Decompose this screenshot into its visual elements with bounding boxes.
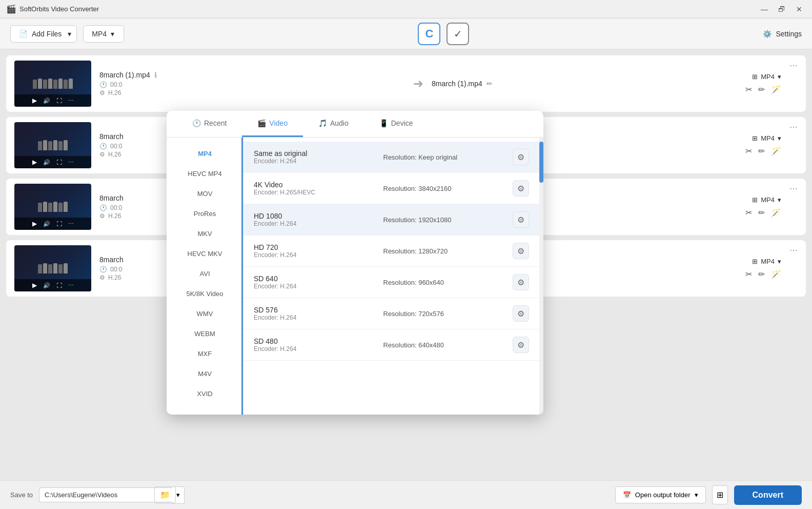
scissors-icon[interactable]: ✂	[745, 208, 752, 218]
edit-icon[interactable]: ✏	[486, 80, 493, 88]
format-list-item[interactable]: SD 640 Encoder: H.264 Resolution: 960x64…	[243, 267, 539, 298]
check-mode-button[interactable]: ✓	[446, 23, 469, 45]
play-button[interactable]: ▶	[32, 159, 37, 166]
more-icon[interactable]: ⋯	[789, 122, 798, 132]
more-options-icon[interactable]: ⋯	[68, 97, 74, 104]
edit-action-icon[interactable]: ✏	[758, 269, 765, 279]
scissors-icon[interactable]: ✂	[745, 146, 752, 156]
sidebar-item-mkv[interactable]: MKV	[167, 224, 243, 244]
wand-icon[interactable]: 🪄	[771, 85, 781, 94]
sidebar-item-mp4[interactable]: MP4	[167, 144, 243, 164]
sidebar-item-hevc-mp4[interactable]: HEVC MP4	[167, 164, 243, 184]
format-item-encoder: Encoder: H.264	[254, 314, 383, 321]
sidebar-item-mxf[interactable]: MXF	[167, 344, 243, 364]
tab-device[interactable]: 📱 Device	[364, 111, 429, 137]
settings-button[interactable]: ⚙️ Settings	[763, 30, 802, 38]
format-item-settings-button[interactable]: ⚙	[513, 180, 529, 197]
format-tag[interactable]: ⊞ MP4 ▾	[752, 134, 781, 142]
add-files-button[interactable]: 📄 Add Files ▾	[10, 25, 77, 43]
format-list-item[interactable]: SD 576 Encoder: H.264 Resolution: 720x57…	[243, 298, 539, 329]
format-list-item[interactable]: SD 480 Encoder: H.264 Resolution: 640x48…	[243, 329, 539, 361]
tab-audio[interactable]: 🎵 Audio	[303, 111, 364, 137]
more-icon[interactable]: ⋯	[789, 61, 798, 70]
scissors-icon[interactable]: ✂	[745, 85, 752, 94]
play-button[interactable]: ▶	[32, 282, 37, 289]
wand-icon[interactable]: 🪄	[771, 269, 781, 279]
add-files-icon: 📄	[19, 30, 28, 38]
thumbnail-people	[38, 202, 68, 212]
browse-folder-button[interactable]: 📁	[154, 486, 176, 503]
format-item-settings-button[interactable]: ⚙	[513, 274, 529, 290]
grid-icon: ⊞	[752, 134, 758, 142]
scrollbar-thumb[interactable]	[539, 142, 543, 183]
app-icon: 🎬	[6, 4, 16, 14]
sidebar-item-5k8k[interactable]: 5K/8K Video	[167, 284, 243, 304]
tab-recent[interactable]: 🕐 Recent	[177, 111, 242, 137]
sidebar-item-hevc-mkv[interactable]: HEVC MKV	[167, 244, 243, 264]
format-item-settings-button[interactable]: ⚙	[513, 149, 529, 165]
grid-icon: ⊞	[752, 73, 758, 81]
info-icon[interactable]: ℹ	[154, 71, 157, 79]
maximize-button[interactable]: 🗗	[775, 3, 788, 16]
tab-recent-label: Recent	[204, 119, 227, 127]
sidebar-item-avi[interactable]: AVI	[167, 264, 243, 284]
close-button[interactable]: ✕	[793, 3, 806, 16]
more-options-icon[interactable]: ⋯	[68, 282, 74, 289]
format-item-settings-button[interactable]: ⚙	[513, 243, 529, 259]
scrollbar[interactable]	[539, 138, 543, 415]
format-list-item[interactable]: HD 1080 Encoder: H.264 Resolution: 1920x…	[243, 204, 539, 236]
audio-icon: 🎵	[318, 119, 327, 127]
edit-action-icon[interactable]: ✏	[758, 146, 765, 156]
open-folder-dropdown-icon: ▾	[695, 491, 698, 499]
codec-text: H.26	[108, 212, 121, 220]
grid-view-button[interactable]: ⊞	[712, 485, 728, 504]
clock-icon: 🕐	[99, 143, 107, 150]
scissors-icon[interactable]: ✂	[745, 269, 752, 279]
sidebar-item-prores[interactable]: ProRes	[167, 204, 243, 224]
sidebar-item-webm[interactable]: WEBM	[167, 324, 243, 344]
convert-button[interactable]: Convert	[734, 485, 802, 505]
format-list-item[interactable]: Same as original Encoder: H.264 Resoluti…	[243, 142, 539, 173]
format-item-settings-button[interactable]: ⚙	[513, 337, 529, 353]
wand-icon[interactable]: 🪄	[771, 146, 781, 156]
more-options-icon[interactable]: ⋯	[68, 221, 74, 227]
tab-video[interactable]: 🎬 Video	[242, 111, 303, 137]
play-button[interactable]: ▶	[32, 220, 37, 227]
edit-action-icon[interactable]: ✏	[758, 208, 765, 218]
volume-icon: 🔊	[43, 282, 50, 289]
format-tag[interactable]: ⊞ MP4 ▾	[752, 196, 781, 204]
convert-mode-button[interactable]: C	[418, 23, 440, 45]
duration-text: 00:0	[110, 204, 122, 211]
sidebar-item-xvid[interactable]: XVID	[167, 384, 243, 404]
file-actions: ⊞ MP4 ▾ ✂ ✏ 🪄	[745, 258, 781, 279]
sidebar-item-m4v[interactable]: M4V	[167, 364, 243, 384]
format-item-name: HD 1080	[254, 212, 383, 220]
play-button[interactable]: ▶	[32, 97, 37, 104]
edit-action-icon[interactable]: ✏	[758, 85, 765, 94]
clock-icon: 🕐	[99, 266, 107, 273]
format-list-item[interactable]: HD 720 Encoder: H.264 Resolution: 1280x7…	[243, 236, 539, 267]
window-controls: — 🗗 ✕	[758, 3, 806, 16]
open-output-folder-button[interactable]: 📅 Open output folder ▾	[615, 486, 706, 503]
more-options-icon[interactable]: ⋯	[68, 159, 74, 166]
format-tag[interactable]: ⊞ MP4 ▾	[752, 73, 781, 81]
format-item-settings-button[interactable]: ⚙	[513, 305, 529, 322]
wand-icon[interactable]: 🪄	[771, 208, 781, 218]
clock-icon: 🕐	[99, 81, 107, 88]
format-item-info: 4K Video Encoder: H.265/HEVC	[254, 181, 383, 196]
format-list-item[interactable]: 4K Video Encoder: H.265/HEVC Resolution:…	[243, 173, 539, 204]
more-icon[interactable]: ⋯	[789, 184, 798, 193]
save-path-input[interactable]	[39, 487, 172, 502]
format-tag[interactable]: ⊞ MP4 ▾	[752, 258, 781, 265]
minimize-button[interactable]: —	[758, 3, 771, 16]
sidebar-item-mov[interactable]: MOV	[167, 184, 243, 204]
format-item-resolution: Resolution: 640x480	[383, 341, 513, 349]
format-item-info: HD 720 Encoder: H.264	[254, 243, 383, 259]
toolbar: 📄 Add Files ▾ MP4 ▾ C ✓ ⚙️ Settings	[0, 18, 812, 49]
format-dropdown-button[interactable]: MP4 ▾	[83, 25, 124, 43]
fullscreen-icon: ⛶	[56, 97, 62, 104]
format-text: MP4	[761, 134, 775, 142]
more-icon[interactable]: ⋯	[789, 245, 798, 255]
sidebar-item-wmv[interactable]: WMV	[167, 304, 243, 324]
format-item-settings-button[interactable]: ⚙	[513, 211, 529, 228]
